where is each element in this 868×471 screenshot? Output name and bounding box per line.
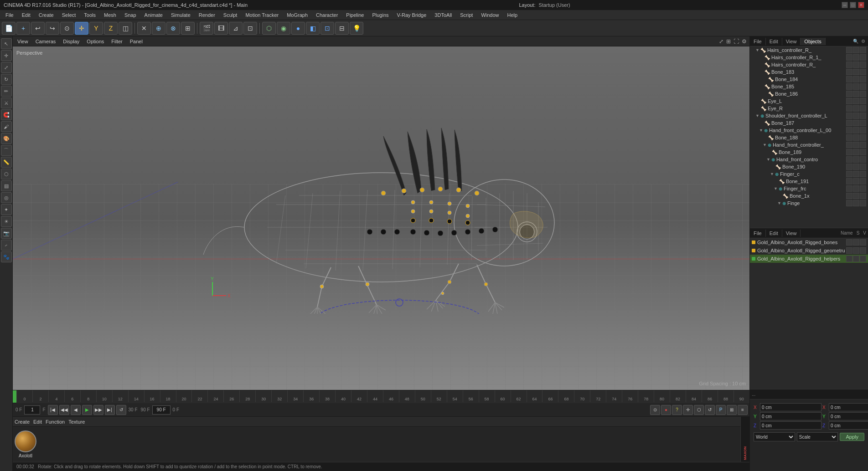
toolbar-geo1[interactable]: ⬡: [262, 22, 276, 35]
toolbar-add[interactable]: +: [16, 22, 30, 35]
tree-item[interactable]: 🦴Bone_191: [750, 178, 868, 185]
sidebar-cursor[interactable]: ↖: [1, 38, 12, 49]
toolbar-render2[interactable]: 🎞: [214, 22, 228, 35]
sidebar-paint[interactable]: 🎨: [1, 133, 12, 144]
sidebar-deform[interactable]: ⌿: [1, 240, 12, 251]
viewport[interactable]: Perspective: [13, 46, 749, 390]
vp-menu-panel[interactable]: Panel: [127, 38, 145, 45]
toolbar-new[interactable]: 📄: [2, 22, 16, 35]
tree-item[interactable]: ▼🦴Hairs_controller_R_: [750, 46, 868, 54]
tree-item[interactable]: ▼⊕Shoulder_front_controller_L: [750, 112, 868, 119]
menu-plugins[interactable]: Plugins: [368, 11, 392, 19]
toolbar-obj2[interactable]: ⊗: [166, 22, 180, 35]
menu-render[interactable]: Render: [195, 11, 219, 19]
toolbar-live-select[interactable]: ⊙: [60, 22, 74, 35]
sidebar-spline[interactable]: ⌒: [1, 145, 12, 156]
minimize-button[interactable]: ─: [842, 2, 848, 8]
mat-menu-function[interactable]: Function: [46, 419, 65, 425]
sidebar-scene[interactable]: ◎: [1, 192, 12, 203]
toolbar-render3[interactable]: ⊿: [229, 22, 243, 35]
x-scale-input[interactable]: [829, 403, 868, 411]
toolbar-geo6[interactable]: ⊟: [335, 22, 349, 35]
pb-icon-loop[interactable]: ↺: [705, 405, 715, 415]
pb-goto-start[interactable]: |◀: [48, 405, 58, 415]
pb-icon-1[interactable]: ⊙: [650, 405, 660, 415]
toolbar-model[interactable]: ✕: [137, 22, 151, 35]
menu-window[interactable]: Window: [477, 11, 502, 19]
menu-animate[interactable]: Animate: [141, 11, 166, 19]
tree-item[interactable]: ▼⊕Finge: [750, 200, 868, 207]
sidebar-floor[interactable]: ▤: [1, 180, 12, 191]
toolbar-render1[interactable]: 🎬: [200, 22, 213, 35]
sidebar-cam[interactable]: 📷: [1, 228, 12, 239]
menu-edit[interactable]: Edit: [18, 11, 34, 19]
rb-tab-edit[interactable]: Edit: [766, 230, 782, 237]
toolbar-geo5[interactable]: ⊡: [320, 22, 334, 35]
menu-v-ray-bridge[interactable]: V-Ray Bridge: [393, 11, 430, 19]
toolbar-snap[interactable]: ◫: [119, 22, 132, 35]
pb-icon-red[interactable]: ●: [661, 405, 671, 415]
toolbar-obj3[interactable]: ⊞: [181, 22, 195, 35]
toolbar-redo[interactable]: ↪: [46, 22, 59, 35]
right-tab-file[interactable]: File: [750, 38, 766, 45]
z-scale-input[interactable]: [829, 421, 868, 430]
coord-mode-select[interactable]: World: [754, 432, 795, 441]
menu-motion-tracker[interactable]: Motion Tracker: [242, 11, 282, 19]
menu-3dtoall[interactable]: 3DToAll: [431, 11, 455, 19]
toolbar-rotate[interactable]: Z: [104, 22, 118, 35]
close-button[interactable]: ✕: [858, 2, 864, 8]
sidebar-scale[interactable]: ⤢: [1, 62, 12, 73]
menu-create[interactable]: Create: [35, 11, 57, 19]
menu-character[interactable]: Character: [312, 11, 341, 19]
pb-icon-list[interactable]: ≡: [738, 405, 748, 415]
pb-icon-add[interactable]: ✛: [683, 405, 693, 415]
menu-simulate[interactable]: Simulate: [167, 11, 194, 19]
pb-icon-p[interactable]: P: [716, 405, 726, 415]
objects-list-item[interactable]: Gold_Albino_Axolotl_Rigged_helpers: [750, 255, 868, 263]
tree-item[interactable]: 🦴Eye_L: [750, 97, 868, 105]
toolbar-geo3[interactable]: ●: [291, 22, 305, 35]
mat-menu-create[interactable]: Create: [15, 419, 30, 425]
sidebar-knife[interactable]: ⚔: [1, 97, 12, 108]
vp-menu-display[interactable]: Display: [60, 38, 82, 45]
sidebar-brush[interactable]: 🖌: [1, 121, 12, 132]
y-pos-input[interactable]: [760, 412, 822, 420]
menu-help[interactable]: Help: [504, 11, 522, 19]
rt-icon-settings[interactable]: ⚙: [860, 39, 866, 44]
toolbar-move[interactable]: ✛: [75, 22, 88, 35]
tree-item[interactable]: ▼⊕Hand_front_contro: [750, 156, 868, 163]
vp-menu-view[interactable]: View: [15, 38, 31, 45]
menu-snap[interactable]: Snap: [121, 11, 140, 19]
pb-next-key[interactable]: ▶▶: [93, 405, 103, 415]
toolbar-light[interactable]: 💡: [350, 22, 363, 35]
tree-item[interactable]: ▼⊕Finger_c: [750, 170, 868, 178]
objects-list-item[interactable]: Gold_Albino_Axolotl_Rigged_bones: [750, 238, 868, 246]
pb-icon-grid[interactable]: ⊞: [727, 405, 737, 415]
rb-tab-view[interactable]: View: [782, 230, 801, 237]
mat-menu-texture[interactable]: Texture: [68, 419, 85, 425]
sidebar-fx[interactable]: ✦: [1, 204, 12, 215]
right-tab-view[interactable]: View: [782, 38, 801, 45]
pb-icon-key[interactable]: ⬡: [694, 405, 704, 415]
current-frame-input[interactable]: [24, 405, 40, 415]
pb-icon-help[interactable]: ?: [672, 405, 682, 415]
vp-icon-settings[interactable]: ⚙: [741, 38, 748, 45]
sidebar-light[interactable]: ☀: [1, 216, 12, 227]
toolbar-obj1[interactable]: ⊕: [152, 22, 165, 35]
pb-loop[interactable]: ↺: [116, 405, 126, 415]
sidebar-measure[interactable]: 📏: [1, 157, 12, 168]
mat-item-axolotl[interactable]: Axolotl: [15, 430, 36, 458]
menu-mograph[interactable]: MoGraph: [283, 11, 311, 19]
menu-script[interactable]: Script: [456, 11, 476, 19]
rb-tab-file[interactable]: File: [750, 230, 766, 237]
tree-item[interactable]: 🦴Bone_184: [750, 76, 868, 83]
apply-button[interactable]: Apply: [840, 433, 864, 441]
tree-item[interactable]: ▼⊕Hand_front_controller_: [750, 141, 868, 148]
toolbar-undo[interactable]: ↩: [31, 22, 45, 35]
menu-tools[interactable]: Tools: [80, 11, 99, 19]
menu-sculpt[interactable]: Sculpt: [220, 11, 241, 19]
tree-item[interactable]: 🦴Eye_R: [750, 105, 868, 112]
mat-menu-edit[interactable]: Edit: [33, 419, 42, 425]
tree-item[interactable]: 🦴Bone_185: [750, 83, 868, 90]
timeline-ruler[interactable]: 0246810121416182022242628303234363840424…: [16, 390, 749, 403]
